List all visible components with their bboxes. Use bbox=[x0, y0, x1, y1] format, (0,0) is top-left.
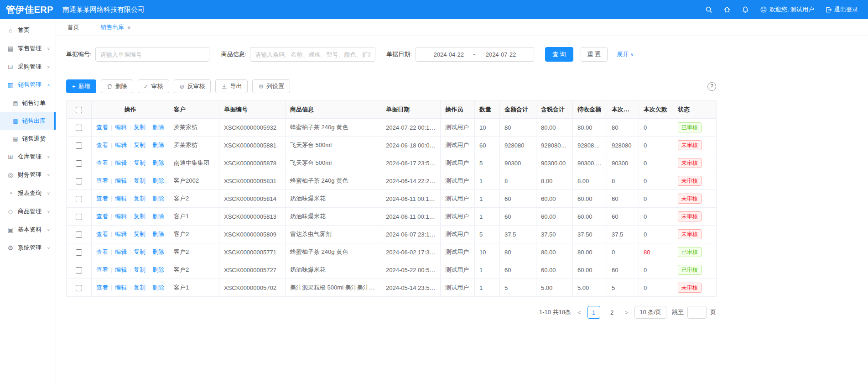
delete-button[interactable]: 删除 bbox=[101, 79, 133, 93]
delete-link[interactable]: 删除 bbox=[152, 231, 164, 237]
audit-button[interactable]: ✓ 审核 bbox=[138, 79, 169, 93]
sidebar-item-sales[interactable]: ▥ 销售管理 ∧ bbox=[0, 76, 56, 94]
bill-no-input[interactable] bbox=[95, 47, 209, 62]
bell-icon[interactable] bbox=[742, 6, 749, 13]
copy-link[interactable]: 复制 bbox=[134, 248, 146, 255]
edit-link[interactable]: 编辑 bbox=[115, 159, 127, 166]
delete-link[interactable]: 删除 bbox=[152, 195, 164, 202]
sidebar-item-sales-outbound[interactable]: ▤ 销售出库 bbox=[0, 112, 56, 130]
table-header-row: 操作 客户 单据编号 商品信息 单据日期 操作员 数量 金额合计 含税合计 待收… bbox=[67, 101, 717, 119]
sidebar-item-purchase[interactable]: ⊟ 采购管理 ∨ bbox=[0, 58, 56, 76]
jump-page-input[interactable] bbox=[687, 306, 707, 319]
sidebar-item-products[interactable]: ◇ 商品管理 ∨ bbox=[0, 202, 56, 221]
edit-link[interactable]: 编辑 bbox=[115, 177, 127, 184]
copy-link[interactable]: 复制 bbox=[134, 142, 146, 148]
row-actions: 查看编辑复制删除 bbox=[92, 226, 169, 243]
sidebar-item-home[interactable]: ⌂ 首页 bbox=[0, 21, 56, 39]
copy-link[interactable]: 复制 bbox=[134, 195, 146, 202]
delete-link[interactable]: 删除 bbox=[152, 266, 164, 273]
copy-link[interactable]: 复制 bbox=[134, 284, 146, 291]
product-info-input[interactable] bbox=[250, 47, 375, 62]
delete-link[interactable]: 删除 bbox=[152, 284, 164, 291]
select-all-checkbox[interactable] bbox=[76, 107, 82, 113]
delete-link[interactable]: 删除 bbox=[152, 213, 164, 220]
view-link[interactable]: 查看 bbox=[96, 124, 108, 131]
close-icon[interactable]: × bbox=[127, 25, 131, 31]
row-checkbox[interactable] bbox=[76, 249, 82, 256]
copy-link[interactable]: 复制 bbox=[134, 213, 146, 220]
copy-link[interactable]: 复制 bbox=[134, 231, 146, 237]
sidebar-item-finance[interactable]: ◎ 财务管理 ∨ bbox=[0, 166, 56, 184]
sidebar-item-sales-order[interactable]: ▤ 销售订单 bbox=[0, 94, 56, 112]
edit-link[interactable]: 编辑 bbox=[115, 142, 127, 148]
next-page-icon[interactable]: > bbox=[624, 309, 629, 316]
view-link[interactable]: 查看 bbox=[96, 231, 108, 237]
reset-button[interactable]: 重 置 bbox=[581, 47, 608, 62]
view-link[interactable]: 查看 bbox=[96, 248, 108, 255]
customer-cell: 南通中集集团 bbox=[169, 154, 219, 172]
user-welcome[interactable]: 欢迎您, 测试用户 bbox=[760, 5, 814, 14]
col-operator: 操作员 bbox=[441, 101, 475, 119]
view-link[interactable]: 查看 bbox=[96, 142, 108, 148]
page-2-button[interactable]: 2 bbox=[606, 306, 619, 319]
row-checkbox[interactable] bbox=[76, 142, 82, 149]
view-link[interactable]: 查看 bbox=[96, 213, 108, 220]
sidebar-item-system[interactable]: ⚙ 系统管理 ∨ bbox=[0, 239, 56, 257]
edit-link[interactable]: 编辑 bbox=[115, 213, 127, 220]
date-range-picker[interactable]: 2024-04-22 ~ 2024-07-22 bbox=[416, 47, 534, 62]
delete-link[interactable]: 删除 bbox=[152, 124, 164, 131]
date-cell: 2024-06-02 17:34:03 bbox=[381, 243, 441, 261]
report-icon: ◔ bbox=[6, 189, 15, 197]
receivable-cell: 60.00 bbox=[573, 208, 607, 226]
help-icon[interactable]: ? bbox=[707, 82, 716, 91]
view-link[interactable]: 查看 bbox=[96, 159, 108, 166]
row-checkbox[interactable] bbox=[76, 267, 82, 274]
search-icon[interactable] bbox=[705, 6, 712, 13]
row-checkbox[interactable] bbox=[76, 285, 82, 291]
owed-cell: 0 bbox=[639, 261, 673, 279]
page-1-button[interactable]: 1 bbox=[587, 306, 600, 319]
edit-link[interactable]: 编辑 bbox=[115, 195, 127, 202]
expand-link[interactable]: 展开 ∨ bbox=[617, 50, 634, 58]
row-actions: 查看编辑复制删除 bbox=[92, 137, 169, 154]
prev-page-icon[interactable]: < bbox=[577, 309, 582, 316]
edit-link[interactable]: 编辑 bbox=[115, 284, 127, 291]
edit-link[interactable]: 编辑 bbox=[115, 124, 127, 131]
copy-link[interactable]: 复制 bbox=[134, 124, 146, 131]
add-button[interactable]: + 新增 bbox=[66, 79, 96, 93]
row-checkbox[interactable] bbox=[76, 231, 82, 238]
export-button[interactable]: 导出 bbox=[215, 79, 248, 93]
sidebar-item-basic-data[interactable]: ▣ 基本资料 ∨ bbox=[0, 221, 56, 239]
view-link[interactable]: 查看 bbox=[96, 177, 108, 184]
row-checkbox[interactable] bbox=[76, 196, 82, 202]
copy-link[interactable]: 复制 bbox=[134, 177, 146, 184]
tab-sales-outbound[interactable]: 销售出库 × bbox=[100, 23, 131, 32]
tab-home[interactable]: 首页 bbox=[68, 23, 79, 32]
sidebar-item-warehouse[interactable]: ⊞ 仓库管理 ∨ bbox=[0, 147, 56, 166]
unaudit-button[interactable]: ⊘ 反审核 bbox=[174, 79, 211, 93]
row-checkbox[interactable] bbox=[76, 178, 82, 184]
logout-button[interactable]: 退出登录 bbox=[825, 5, 858, 14]
sidebar-item-retail[interactable]: ▤ 零售管理 ∨ bbox=[0, 39, 56, 58]
delete-link[interactable]: 删除 bbox=[152, 159, 164, 166]
column-settings-button[interactable]: ⚙ 列设置 bbox=[252, 79, 290, 93]
home-icon[interactable] bbox=[723, 6, 731, 13]
copy-link[interactable]: 复制 bbox=[134, 159, 146, 166]
delete-link[interactable]: 删除 bbox=[152, 248, 164, 255]
row-checkbox[interactable] bbox=[76, 214, 82, 220]
edit-link[interactable]: 编辑 bbox=[115, 248, 127, 255]
view-link[interactable]: 查看 bbox=[96, 284, 108, 291]
search-button[interactable]: 查 询 bbox=[545, 47, 573, 62]
view-link[interactable]: 查看 bbox=[96, 195, 108, 202]
delete-link[interactable]: 删除 bbox=[152, 177, 164, 184]
edit-link[interactable]: 编辑 bbox=[115, 266, 127, 273]
page-size-select[interactable]: 10 条/页 bbox=[634, 306, 666, 319]
edit-link[interactable]: 编辑 bbox=[115, 231, 127, 237]
view-link[interactable]: 查看 bbox=[96, 266, 108, 273]
row-checkbox[interactable] bbox=[76, 160, 82, 167]
delete-link[interactable]: 删除 bbox=[152, 142, 164, 148]
copy-link[interactable]: 复制 bbox=[134, 266, 146, 273]
sidebar-item-sales-return[interactable]: ▤ 销售退货 bbox=[0, 130, 56, 147]
row-checkbox[interactable] bbox=[76, 125, 82, 131]
sidebar-item-reports[interactable]: ◔ 报表查询 ∨ bbox=[0, 184, 56, 202]
